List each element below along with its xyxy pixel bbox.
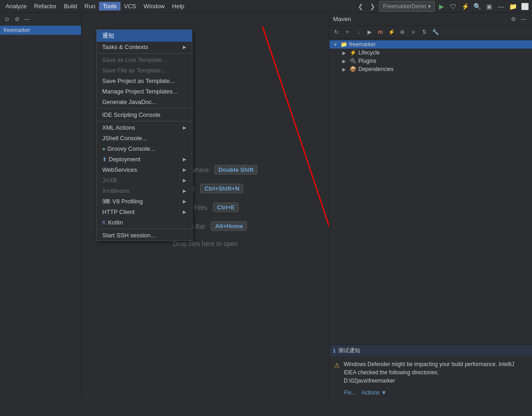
jaxb-label: JAXB	[102, 177, 117, 184]
deployment-icon: ⬆	[102, 156, 107, 163]
dropdown-item-notification[interactable]: 通知	[97, 30, 192, 42]
notification-bar: ℹ 测试通知	[329, 345, 532, 356]
sidebar-header: ⊙ ⚙ —	[0, 13, 81, 26]
menu-analyze[interactable]: Analyze	[2, 2, 30, 11]
sidebar-minimize-icon[interactable]: —	[23, 15, 31, 23]
dropdown-item-groovy[interactable]: ● Groovy Console...	[97, 143, 192, 154]
dropdown-item-ssh[interactable]: Start SSH session...	[97, 230, 192, 241]
menu-bar: Analyze Refactor Build Run Tools VCS Win…	[0, 0, 532, 13]
xml-actions-label: XML Actions	[102, 124, 135, 131]
dropdown-item-tasks[interactable]: Tasks & Contexts ▶	[97, 42, 192, 52]
file-manager-icon[interactable]: 📁	[507, 1, 518, 12]
v8-item: V8 V8 Profiling	[102, 198, 143, 205]
dropdown-item-ide-scripting[interactable]: IDE Scripting Console	[97, 109, 192, 120]
maven-collapse-icon[interactable]: ⇅	[419, 27, 429, 37]
menu-refactor[interactable]: Refactor	[30, 2, 60, 11]
main-layout: ⊙ ⚙ — freemarker Search Everywhere Doubl…	[0, 13, 532, 400]
minimize-icon[interactable]: —	[495, 1, 506, 12]
search-icon[interactable]: 🔍	[472, 1, 483, 12]
maven-lifecycle-icon[interactable]: ⚡	[386, 27, 396, 37]
tree-item-lifecycle[interactable]: ▶ ⚡ Lifecycle	[329, 49, 532, 57]
save-live-template-label: Save as Live Template...	[102, 56, 167, 63]
run-config-dropdown[interactable]: FreemarkerDemo ▾	[379, 1, 435, 12]
tree-label-dependencies: Dependencies	[358, 66, 394, 72]
generate-javadoc-label: Generate JavaDoc...	[102, 99, 157, 105]
dropdown-item-save-live-template: Save as Live Template...	[97, 55, 192, 65]
maven-phase-icon[interactable]: ≡	[408, 27, 418, 37]
hint-drop-files: Drop files here to open	[173, 240, 238, 247]
notification-area: ℹ 测试通知 ⚠ Windows Defender might be impac…	[329, 345, 532, 400]
sidebar-settings-icon[interactable]: ⚙	[13, 15, 21, 23]
maven-refresh-icon[interactable]: ↻	[331, 27, 341, 37]
menu-tools[interactable]: Tools	[99, 2, 120, 11]
dropdown-item-kotlin[interactable]: K Kotlin	[97, 217, 192, 228]
fix-link[interactable]: Fix...	[344, 389, 356, 396]
maven-settings-icon[interactable]: ⚙	[508, 14, 518, 24]
kotlin-icon: K	[102, 219, 106, 226]
tasks-arrow: ▶	[183, 44, 186, 49]
tree-arrow-dependencies: ▶	[342, 67, 348, 72]
maven-header: Maven ⚙ —	[329, 13, 532, 26]
dropdown-item-http-client[interactable]: HTTP Client ▶	[97, 207, 192, 217]
actions-link[interactable]: Actions ▼	[362, 389, 387, 396]
menu-window[interactable]: Window	[140, 2, 168, 11]
xmlbeans-arrow: ▶	[183, 188, 186, 193]
sidebar: ⊙ ⚙ — freemarker	[0, 13, 82, 400]
maven-tree: ▼ 📁 freemarker ▶ ⚡ Lifecycle ▶ 🔌 Plugins…	[329, 38, 532, 345]
dropdown-item-save-file-template: Save File as Template...	[97, 65, 192, 76]
nav-bar-key: Alt+Home	[211, 221, 247, 231]
maven-add-icon[interactable]: +	[342, 27, 352, 37]
menu-help[interactable]: Help	[169, 2, 188, 11]
profiler-icon[interactable]: ⚡	[460, 1, 471, 12]
info-icon: ℹ	[333, 347, 335, 354]
sidebar-compass-icon[interactable]: ⊙	[3, 15, 11, 23]
deployment-arrow: ▶	[183, 157, 186, 162]
dropdown-item-v8[interactable]: V8 V8 Profiling ▶	[97, 196, 192, 207]
sep-3	[97, 121, 192, 121]
save-file-template-label: Save File as Template...	[102, 67, 166, 74]
layout-icon[interactable]: ▣	[483, 1, 494, 12]
groovy-label: Groovy Console...	[107, 145, 155, 152]
menu-vcs[interactable]: VCS	[121, 2, 140, 11]
dropdown-item-generate-javadoc[interactable]: Generate JavaDoc...	[97, 97, 192, 107]
groovy-icon: ●	[102, 146, 105, 152]
maven-m-icon[interactable]: m	[375, 27, 385, 37]
maven-wrench-icon[interactable]: 🔧	[430, 27, 440, 37]
tree-item-plugins[interactable]: ▶ 🔌 Plugins	[329, 57, 532, 65]
dropdown-arrow-icon: ▾	[428, 3, 431, 10]
project-name-label: FreemarkerDemo	[383, 3, 426, 10]
svg-line-1	[263, 27, 329, 356]
coverage-icon[interactable]: 🛡	[448, 1, 459, 12]
dropdown-item-manage-templates[interactable]: Manage Project Templates...	[97, 86, 192, 97]
maven-minimize-icon[interactable]: —	[518, 14, 528, 24]
tree-label-plugins: Plugins	[358, 58, 376, 64]
tree-item-dependencies[interactable]: ▶ 📦 Dependencies	[329, 65, 532, 73]
tasks-label: Tasks & Contexts	[102, 44, 148, 50]
menu-build[interactable]: Build	[60, 2, 81, 11]
tree-item-freemarker[interactable]: ▼ 📁 freemarker	[329, 40, 532, 49]
dependencies-icon: 📦	[350, 66, 356, 72]
maven-download-icon[interactable]: ↓	[353, 27, 363, 37]
back-icon[interactable]: ❮	[355, 1, 366, 12]
dropdown-item-xml-actions[interactable]: XML Actions ▶	[97, 122, 192, 133]
drop-files-label: Drop files here to open	[173, 240, 238, 247]
kotlin-item: K Kotlin	[102, 219, 123, 226]
webservices-arrow: ▶	[183, 167, 186, 172]
dropdown-item-xmlbeans: XmlBeans ▶	[97, 186, 192, 196]
maximize-icon[interactable]: ⬜	[519, 1, 530, 12]
sidebar-item-freemarker[interactable]: freemarker	[0, 26, 81, 35]
dropdown-item-save-project-template[interactable]: Save Project as Template...	[97, 76, 192, 86]
ssh-label: Start SSH session...	[102, 232, 155, 239]
forward-icon[interactable]: ❯	[367, 1, 378, 12]
maven-run-icon[interactable]: ▶	[364, 27, 374, 37]
dropdown-item-webservices[interactable]: WebServices ▶	[97, 164, 192, 175]
run-button[interactable]: ▶	[436, 1, 447, 12]
menu-run[interactable]: Run	[81, 2, 99, 11]
lifecycle-icon: ⚡	[350, 49, 356, 56]
tree-label-lifecycle: Lifecycle	[358, 49, 380, 56]
dropdown-item-jshell[interactable]: JShell Console...	[97, 133, 192, 143]
sep-4	[97, 229, 192, 229]
dropdown-item-deployment[interactable]: ⬆ Deployment ▶	[97, 154, 192, 164]
plugins-icon: 🔌	[350, 58, 356, 64]
maven-update-icon[interactable]: ⊕	[397, 27, 407, 37]
